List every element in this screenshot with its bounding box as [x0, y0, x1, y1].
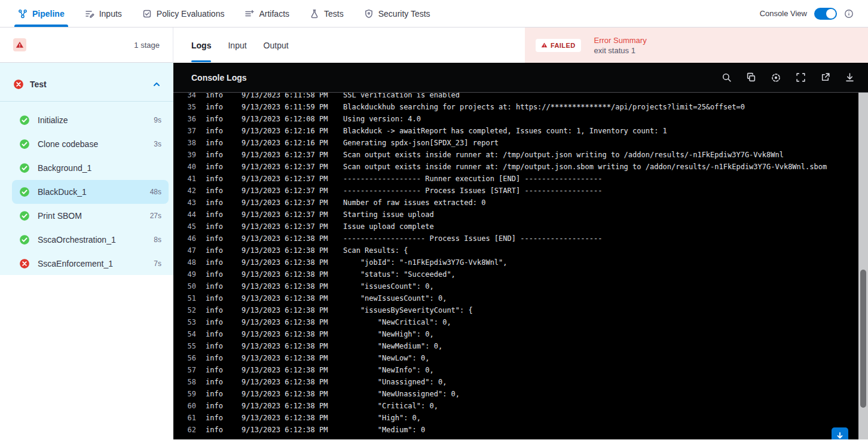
log-level: info [206, 354, 228, 362]
tab-input[interactable]: Input [228, 28, 246, 63]
log-timestamp: 9/13/2023 6:12:37 PM [242, 175, 331, 183]
log-level: info [206, 414, 228, 422]
tab-policy-evaluations[interactable]: Policy Evaluations [142, 0, 225, 27]
tab-logs[interactable]: Logs [191, 28, 211, 63]
log-message: ------------------ Process Issues [START… [343, 187, 602, 195]
log-message: "newIssuesCount": 0, [343, 294, 447, 302]
log-line: 55info9/13/2023 6:12:38 PM "NewMedium": … [182, 340, 868, 352]
step-name: BlackDuck_1 [38, 187, 87, 197]
tab-label: Logs [191, 41, 211, 50]
scroll-to-bottom-button[interactable] [832, 427, 848, 439]
download-icon[interactable] [845, 72, 855, 83]
step-duration: 7s [154, 259, 161, 268]
fullscreen-icon[interactable] [796, 72, 806, 83]
info-icon[interactable] [844, 9, 854, 19]
log-line: 39info9/13/2023 6:12:37 PMScan output ex… [182, 149, 868, 161]
log-line-number: 48 [182, 258, 196, 267]
step-clone-codebase[interactable]: Clone codebase3s [12, 132, 169, 156]
step-sscaenforcement-1[interactable]: SscaEnforcement_17s [12, 252, 169, 276]
log-line: 62info9/13/2023 6:12:38 PM "Medium": 0 [182, 424, 868, 436]
step-blackduck-1[interactable]: BlackDuck_148s [12, 180, 169, 204]
log-level: info [206, 270, 228, 279]
step-duration: 3s [154, 140, 161, 148]
console-scrollbar[interactable] [858, 93, 868, 439]
log-timestamp: 9/13/2023 6:12:38 PM [242, 306, 331, 314]
log-line-number: 40 [182, 163, 196, 171]
log-timestamp: 9/13/2023 6:12:38 PM [242, 318, 331, 326]
failed-status-icon [13, 79, 24, 90]
open-in-new-icon[interactable] [820, 72, 830, 83]
log-level: info [206, 234, 228, 243]
log-line-number: 45 [182, 222, 196, 231]
log-line: 49info9/13/2023 6:12:38 PM "status": "Su… [182, 268, 868, 280]
arrow-down-icon [835, 431, 845, 440]
log-line-number: 57 [182, 366, 196, 374]
tab-pipeline[interactable]: Pipeline [18, 0, 65, 27]
step-name: Initialize [38, 115, 68, 125]
inputs-icon [85, 9, 94, 19]
log-message: Using version: 4.0 [343, 115, 421, 123]
log-line-number: 59 [182, 390, 196, 398]
check-circle-icon [19, 115, 30, 126]
log-level: info [206, 258, 228, 267]
log-line: 51info9/13/2023 6:12:38 PM "newIssuesCou… [182, 292, 868, 304]
log-lines: 34info9/13/2023 6:11:58 PMSSL verificati… [173, 93, 868, 436]
top-navigation: PipelineInputsPolicy EvaluationsArtifact… [0, 0, 868, 28]
copy-icon[interactable] [746, 72, 756, 83]
check-circle-icon [19, 139, 30, 149]
log-tab-bar: LogsInputOutput FAILED Error Summary exi… [173, 28, 868, 63]
log-level: info [206, 187, 228, 195]
log-timestamp: 9/13/2023 6:12:16 PM [242, 139, 331, 147]
log-line: 48info9/13/2023 6:12:38 PM "jobId": "-n1… [182, 256, 868, 268]
log-timestamp: 9/13/2023 6:12:38 PM [242, 366, 331, 374]
log-line: 46info9/13/2023 6:12:38 PM--------------… [182, 233, 868, 245]
log-level: info [206, 402, 228, 410]
search-icon[interactable] [722, 72, 732, 83]
tab-artifacts[interactable]: Artifacts [244, 0, 289, 27]
log-line-number: 62 [182, 426, 196, 434]
log-line: 42info9/13/2023 6:12:37 PM--------------… [182, 185, 868, 197]
log-timestamp: 9/13/2023 6:12:37 PM [242, 198, 331, 207]
log-timestamp: 9/13/2023 6:12:38 PM [242, 402, 331, 410]
tab-tests[interactable]: Tests [310, 0, 344, 27]
stage-header-test[interactable]: Test [0, 63, 173, 101]
console-view-toggle[interactable] [814, 8, 837, 20]
log-message: "NewUnassigned": 0, [343, 390, 460, 398]
log-line: 38info9/13/2023 6:12:16 PMGenerating spd… [182, 137, 868, 149]
log-line-number: 50 [182, 282, 196, 291]
tab-label: Policy Evaluations [157, 9, 225, 19]
log-line-number: 60 [182, 402, 196, 410]
error-summary-title: Error Summary [594, 36, 647, 45]
tab-inputs[interactable]: Inputs [85, 0, 122, 27]
log-message: "NewMedium": 0, [343, 342, 442, 350]
tab-label: Security Tests [378, 9, 430, 19]
log-level: info [206, 175, 228, 183]
log-level: info [206, 139, 228, 147]
settings-icon[interactable] [771, 72, 781, 83]
log-line: 41info9/13/2023 6:12:37 PM--------------… [182, 173, 868, 185]
log-view: 34info9/13/2023 6:11:58 PMSSL verificati… [173, 93, 868, 439]
step-sscaorchestration-1[interactable]: SscaOrchestration_18s [12, 228, 169, 252]
tab-output[interactable]: Output [264, 28, 289, 63]
step-print-sbom[interactable]: Print SBOM27s [12, 204, 169, 228]
log-message: Scan output exists inside runner at: /tm… [343, 163, 827, 171]
log-line: 59info9/13/2023 6:12:38 PM "NewUnassigne… [182, 388, 868, 400]
log-line: 57info9/13/2023 6:12:38 PM "NewInfo": 0, [182, 364, 868, 376]
log-level: info [206, 306, 228, 314]
check-circle-icon [19, 210, 30, 221]
log-line-number: 52 [182, 306, 196, 314]
log-message: "NewLow": 0, [343, 354, 430, 362]
log-message: "jobId": "-n1FkEpdiw3Y7G-Vvk8Wnl", [343, 258, 508, 267]
stage-name: Test [30, 80, 47, 89]
log-timestamp: 9/13/2023 6:12:38 PM [242, 246, 331, 255]
step-name: Clone codebase [38, 139, 98, 149]
log-line-number: 37 [182, 127, 196, 135]
scrollbar-thumb[interactable] [860, 270, 866, 408]
step-initialize[interactable]: Initialize9s [12, 108, 169, 132]
check-circle-icon [19, 163, 30, 173]
step-background-1[interactable]: Background_1 [12, 156, 169, 180]
step-name: Print SBOM [38, 211, 82, 221]
chevron-up-icon[interactable] [152, 80, 161, 89]
log-line: 43info9/13/2023 6:12:37 PMNumber of raw … [182, 197, 868, 209]
tab-security-tests[interactable]: Security Tests [364, 0, 430, 27]
